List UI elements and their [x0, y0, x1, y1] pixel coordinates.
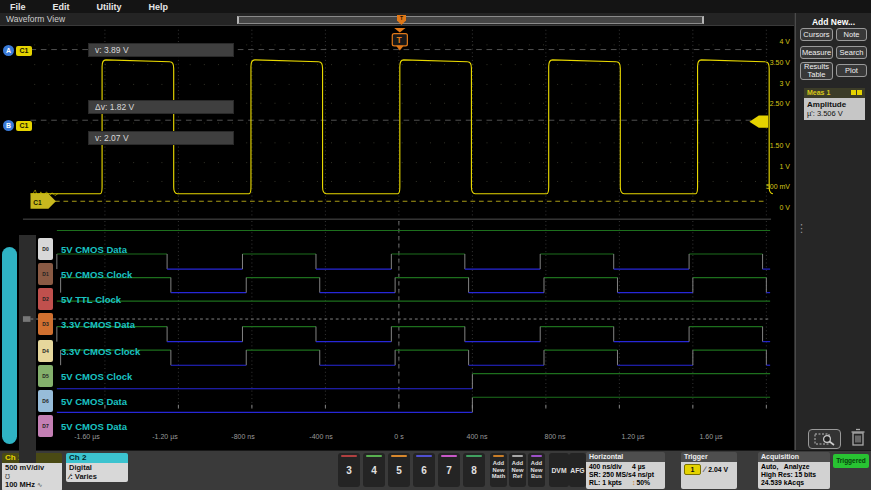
- horizontal-row: SR: 250 MS/s4 ns/pt: [589, 471, 662, 479]
- voltage-label: 1 V: [779, 163, 790, 170]
- digital-channel-row-d1[interactable]: D15V CMOS Clock: [38, 262, 132, 286]
- channel-button-label: 5: [396, 465, 402, 476]
- cursor-a-source-badge[interactable]: C1: [16, 46, 32, 56]
- digital-channel-row-d0[interactable]: D05V CMOS Data: [38, 237, 127, 261]
- trigger-badge[interactable]: Trigger 1 ∕ 2.04 V: [681, 452, 737, 489]
- measure-button[interactable]: Measure: [800, 46, 833, 59]
- acquisition-row: Auto, Analyze: [761, 463, 827, 471]
- add-new-math-button[interactable]: Add New Math: [490, 453, 507, 487]
- channel-3-button[interactable]: 3: [338, 453, 360, 487]
- add-button-label: Add New Bus: [531, 460, 543, 479]
- trigger-flag-label: T: [397, 35, 403, 45]
- digital-channel-badge-d0[interactable]: D0: [38, 238, 53, 260]
- voltage-label: 500 mV: [766, 183, 790, 190]
- ch1-ground-marker-label: C1: [33, 199, 42, 206]
- meas1-header: Meas 1: [804, 88, 865, 98]
- time-label: 1.60 µs: [699, 433, 722, 440]
- add-button-label: Add New Math: [492, 460, 506, 479]
- channel-7-button[interactable]: 7: [438, 453, 460, 487]
- channel-button-label: 8: [471, 465, 477, 476]
- acquisition-badge[interactable]: Acquisition Auto, AnalyzeHigh Res: 15 bi…: [758, 452, 830, 489]
- menu-item-help[interactable]: Help: [149, 2, 169, 12]
- time-label: -800 ns: [231, 433, 254, 440]
- digital-channel-row-d6[interactable]: D65V CMOS Data: [38, 389, 127, 413]
- zoom-mode-button[interactable]: [808, 429, 841, 449]
- dvm-button[interactable]: DVM: [549, 453, 569, 487]
- channel-color-stripe: [366, 455, 382, 457]
- digital-channel-badge-d1[interactable]: D1: [38, 263, 53, 285]
- rising-slope-icon: ∕: [704, 465, 705, 474]
- cursors-button[interactable]: Cursors: [800, 28, 833, 41]
- cursor-b-icon[interactable]: B: [3, 120, 14, 131]
- search-button[interactable]: Search: [836, 46, 867, 59]
- trigger-source-badge: 1: [684, 464, 701, 475]
- time-label: 1.20 µs: [621, 433, 644, 440]
- channel-8-button[interactable]: 8: [463, 453, 485, 487]
- channel-5-button[interactable]: 5: [388, 453, 410, 487]
- horizontal-title: Horizontal: [586, 452, 665, 462]
- channel-color-stripe: [441, 455, 457, 457]
- results-panel: Add New... CursorsNoteMeasureSearchResul…: [795, 13, 871, 450]
- digital-channel-badge-d6[interactable]: D6: [38, 390, 53, 412]
- digital-channel-badge-d3[interactable]: D3: [38, 313, 53, 335]
- digital-channel-row-d7[interactable]: D75V CMOS Data: [38, 414, 127, 438]
- channel2-badge[interactable]: Ch 2 Digital ∕: Varies: [66, 453, 128, 482]
- horizontal-value: RL: 1 kpts: [589, 479, 632, 487]
- ch1-waveform: [30, 60, 772, 194]
- digital-group-handle[interactable]: [2, 247, 17, 444]
- channel-button-label: 6: [421, 465, 427, 476]
- menu-item-utility[interactable]: Utility: [97, 2, 122, 12]
- digital-channel-row-d3[interactable]: D33.3V CMOS Data: [38, 312, 135, 336]
- digital-channel-row-d5[interactable]: D55V CMOS Clock: [38, 364, 132, 388]
- trash-icon: [850, 428, 866, 448]
- cursor-b-badges[interactable]: B C1: [3, 120, 32, 131]
- horizontal-badge[interactable]: Horizontal 400 ns/div4 µsSR: 250 MS/s4 n…: [586, 452, 665, 489]
- horizontal-row: 400 ns/div4 µs: [589, 463, 662, 471]
- measurement-badge-meas1[interactable]: Meas 1 Amplitude µ': 3.506 V: [804, 88, 865, 120]
- trash-button[interactable]: [850, 428, 866, 448]
- trigger-level-arrow[interactable]: [749, 116, 768, 128]
- panel-resize-grip[interactable]: ⋮: [796, 225, 807, 231]
- cursor-a-badges[interactable]: A C1: [3, 45, 32, 56]
- cursor-b-source-badge[interactable]: C1: [16, 121, 32, 131]
- afg-button[interactable]: AFG: [569, 453, 586, 487]
- add-new-bus-button[interactable]: Add New Bus: [528, 453, 545, 487]
- horizontal-overview-bar[interactable]: T: [237, 16, 704, 24]
- channel-button-label: 4: [371, 465, 377, 476]
- digital-channel-label: 5V CMOS Clock: [61, 269, 132, 280]
- cursor-a-icon[interactable]: A: [3, 45, 14, 56]
- add-button-stripe: [531, 455, 542, 457]
- trigger-position-marker[interactable]: T: [397, 15, 406, 25]
- group-separator-handle[interactable]: [23, 316, 31, 322]
- note-button[interactable]: Note: [836, 28, 867, 41]
- voltage-label: 1.50 V: [770, 142, 790, 149]
- ch2-title: Ch 2: [66, 453, 128, 463]
- channel-button-label: 7: [446, 465, 452, 476]
- meas1-type: Amplitude: [807, 100, 862, 109]
- digital-channel-badge-d4[interactable]: D4: [38, 340, 53, 362]
- digital-channel-badge-d7[interactable]: D7: [38, 415, 53, 437]
- add-new-ref-button[interactable]: Add New Ref: [509, 453, 526, 487]
- acquisition-row: 24.539 kAcqs: [761, 479, 827, 487]
- cursor-delta-readout: Δv: 1.82 V: [88, 100, 234, 114]
- horizontal-row: RL: 1 kpts↕50%: [589, 479, 662, 487]
- digital-channel-badge-d5[interactable]: D5: [38, 365, 53, 387]
- horizontal-value: 4 ns/pt: [632, 471, 654, 479]
- channel-4-button[interactable]: 4: [363, 453, 385, 487]
- digital-channel-label: 3.3V CMOS Clock: [61, 346, 140, 357]
- results-table-button[interactable]: Results Table: [800, 62, 833, 80]
- trigger-status-indicator: Triggered: [833, 454, 869, 468]
- menu-item-file[interactable]: File: [10, 2, 26, 12]
- channel-6-button[interactable]: 6: [413, 453, 435, 487]
- digital-channel-row-d2[interactable]: D25V TTL Clock: [38, 287, 121, 311]
- digital-channel-badge-d2[interactable]: D2: [38, 288, 53, 310]
- voltage-label: 3.50 V: [770, 59, 790, 66]
- meas-indicator-icon: [851, 90, 856, 95]
- digital-channel-label: 5V CMOS Data: [61, 396, 127, 407]
- menu-item-edit[interactable]: Edit: [53, 2, 70, 12]
- plot-button[interactable]: Plot: [836, 64, 867, 77]
- ch1-scale: 500 mV/div: [5, 464, 59, 473]
- digital-channel-row-d4[interactable]: D43.3V CMOS Clock: [38, 339, 140, 363]
- channel-color-stripe: [466, 455, 482, 457]
- digital-channel-label: 5V CMOS Data: [61, 421, 127, 432]
